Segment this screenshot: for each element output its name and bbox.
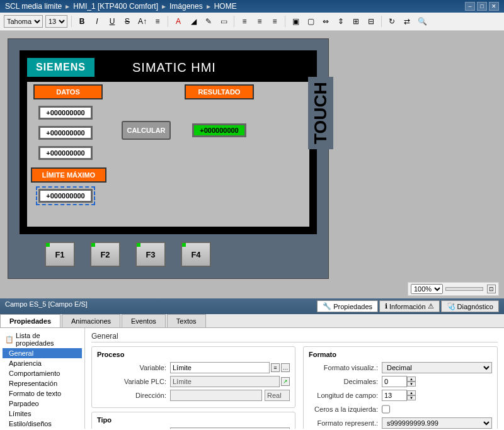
ptab-animaciones[interactable]: Animaciones (62, 314, 120, 327)
align-right-button[interactable]: ≡ (268, 15, 281, 28)
tab-info[interactable]: ℹ Información ⚠ (379, 300, 439, 312)
browse-tag-icon[interactable]: ≡ (271, 363, 280, 372)
tag-picker-icon[interactable]: … (281, 363, 290, 372)
zoom-button[interactable]: 🔍 (416, 15, 428, 28)
fkey-f2[interactable]: F2 (90, 242, 120, 267)
nav-comportamiento[interactable]: Comportamiento (3, 368, 82, 378)
zoom-select[interactable]: 100% (411, 284, 443, 294)
len-input[interactable] (382, 390, 407, 401)
fill-color-button[interactable]: ◢ (187, 15, 200, 28)
breadcrumb-item[interactable]: SCL media limite (5, 2, 62, 11)
align-left-button[interactable]: ≡ (238, 15, 251, 28)
tab-properties[interactable]: 🔧 Propiedades (317, 300, 378, 312)
border-button[interactable]: ▭ (217, 15, 230, 28)
resultado-button[interactable]: RESULTADO (185, 84, 254, 99)
nav-estilo[interactable]: Estilo/diseños (3, 419, 82, 429)
close-button[interactable]: ✕ (489, 2, 499, 11)
dir-label: Dirección: (97, 392, 166, 399)
superscript-button[interactable]: A↑ (136, 15, 149, 28)
io-field-limite[interactable]: +000000000 (38, 189, 93, 203)
dec-up-icon[interactable]: ▲ (407, 376, 416, 382)
underline-button[interactable]: U (106, 15, 118, 28)
property-tabs: Propiedades Animaciones Eventos Textos (0, 314, 504, 328)
group-proceso: Proceso Variable: ≡ … Variable PLC: ↗ Di… (91, 346, 295, 408)
len-down-icon[interactable]: ▼ (407, 395, 416, 400)
len-up-icon[interactable]: ▲ (407, 390, 416, 395)
type-input (265, 390, 290, 401)
io-field-result[interactable]: +000000000 (192, 123, 246, 137)
ptab-propiedades[interactable]: Propiedades (0, 314, 60, 327)
strike-button[interactable]: S (121, 15, 134, 28)
font-size-select[interactable]: 13 (45, 15, 67, 28)
send-back-button[interactable]: ▢ (304, 15, 317, 28)
align-button[interactable]: ≡ (151, 15, 164, 28)
modo-select[interactable]: Entrada/salida (170, 427, 290, 429)
nav-limites[interactable]: Límites (3, 409, 82, 419)
breadcrumb-item[interactable]: HMI_1 [KTP400 Comfort] (73, 2, 158, 11)
nav-parpadeo[interactable]: Parpadeo (3, 399, 82, 409)
group-button[interactable]: ⊞ (350, 15, 362, 28)
variable-label: Variable: (97, 364, 166, 371)
bring-front-button[interactable]: ▣ (289, 15, 302, 28)
touch-label: TOUCH (308, 77, 333, 149)
screen-edit-area[interactable]: DATOS RESULTADO +000000000 +000000000 +0… (27, 82, 309, 227)
property-body: 📋 Lista de propiedades General Aparienci… (0, 328, 504, 429)
vis-select[interactable]: Decimal (382, 362, 492, 373)
breadcrumb-item[interactable]: HOME (214, 2, 237, 11)
formato-title: Formato (309, 351, 492, 358)
io-field-2[interactable]: +000000000 (38, 126, 93, 140)
nav-apariencia[interactable]: Apariencia (3, 358, 82, 368)
flip-button[interactable]: ⇄ (401, 15, 413, 28)
variable-input[interactable] (170, 362, 270, 373)
rotate-button[interactable]: ↻ (386, 15, 398, 28)
datos-button[interactable]: DATOS (33, 84, 103, 99)
dec-down-icon[interactable]: ▼ (407, 382, 416, 387)
zoom-control: 100% ⊡ (408, 282, 499, 296)
distribute-v-button[interactable]: ⇕ (335, 15, 347, 28)
bold-button[interactable]: B (76, 15, 88, 28)
dec-input[interactable] (382, 376, 407, 387)
design-canvas[interactable]: SIEMENS SIMATIC HMI DATOS RESULTADO +000… (0, 31, 504, 298)
minimize-button[interactable]: – (465, 2, 475, 11)
ptab-eventos[interactable]: Eventos (122, 314, 166, 327)
fkey-f1[interactable]: F1 (45, 242, 75, 267)
zoom-slider[interactable] (445, 287, 483, 291)
italic-button[interactable]: I (91, 15, 103, 28)
len-label: Longitud de campo: (309, 392, 378, 399)
property-nav: 📋 Lista de propiedades General Aparienci… (0, 328, 85, 429)
tab-diagnostics[interactable]: 🩺 Diagnóstico (441, 300, 499, 312)
font-select[interactable]: Tahoma (4, 15, 43, 28)
nav-title: 📋 Lista de propiedades (3, 331, 82, 348)
ungroup-button[interactable]: ⊟ (365, 15, 377, 28)
fkey-f3[interactable]: F3 (135, 242, 166, 267)
goto-plc-icon[interactable]: ↗ (281, 377, 290, 386)
group-formato: Formato Formato visualiz.: Decimal Decim… (303, 346, 498, 429)
rep-label: Formato represent.: (309, 419, 378, 427)
zeros-label: Ceros a la izquierda: (309, 405, 378, 413)
siemens-logo: SIEMENS (27, 58, 94, 77)
zeros-checkbox[interactable] (382, 404, 390, 415)
io-field-3[interactable]: +000000000 (38, 146, 93, 160)
zoom-fit-icon[interactable]: ⊡ (487, 285, 496, 293)
hmi-device-frame: SIEMENS SIMATIC HMI DATOS RESULTADO +000… (8, 38, 329, 279)
calcular-button[interactable]: CALCULAR (122, 121, 171, 140)
dir-input (170, 390, 262, 401)
nav-representacion[interactable]: Representación (3, 378, 82, 388)
fkey-f4[interactable]: F4 (181, 242, 211, 267)
align-center-button[interactable]: ≡ (253, 15, 266, 28)
rep-select[interactable]: s999999999.999 (382, 417, 492, 429)
distribute-h-button[interactable]: ⇔ (319, 15, 332, 28)
io-field-1[interactable]: +000000000 (38, 106, 93, 120)
dec-label: Decimales: (309, 378, 378, 385)
ptab-textos[interactable]: Textos (167, 314, 206, 327)
font-color-button[interactable]: A (172, 15, 185, 28)
hmi-screen: SIEMENS SIMATIC HMI DATOS RESULTADO +000… (20, 50, 317, 234)
breadcrumb-item[interactable]: Imágenes (169, 2, 203, 11)
limite-button[interactable]: LÍMITE MÁXIMO (31, 167, 106, 183)
line-color-button[interactable]: ✎ (202, 15, 215, 28)
inspector-header: Campo ES_5 [Campo E/S] 🔧 Propiedades ℹ I… (0, 298, 504, 314)
maximize-button[interactable]: □ (477, 2, 487, 11)
nav-formato-texto[interactable]: Formato de texto (3, 388, 82, 399)
varplc-label: Variable PLC: (97, 378, 166, 385)
nav-general[interactable]: General (3, 348, 82, 358)
